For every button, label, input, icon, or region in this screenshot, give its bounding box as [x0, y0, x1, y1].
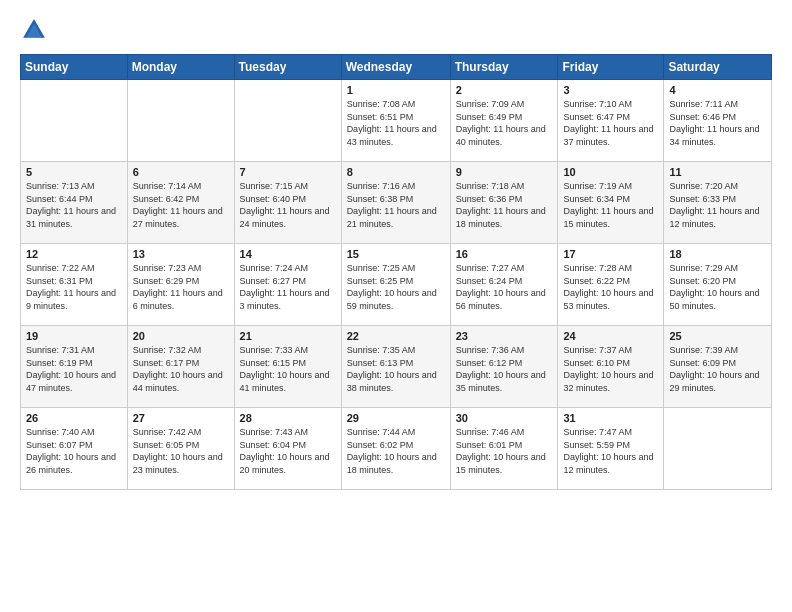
day-number: 6	[133, 166, 229, 178]
day-info: Sunrise: 7:27 AMSunset: 6:24 PMDaylight:…	[456, 262, 553, 312]
calendar-cell: 15Sunrise: 7:25 AMSunset: 6:25 PMDayligh…	[341, 244, 450, 326]
page: SundayMondayTuesdayWednesdayThursdayFrid…	[0, 0, 792, 612]
calendar-cell: 17Sunrise: 7:28 AMSunset: 6:22 PMDayligh…	[558, 244, 664, 326]
day-info: Sunrise: 7:43 AMSunset: 6:04 PMDaylight:…	[240, 426, 336, 476]
logo-icon	[20, 16, 48, 44]
logo	[20, 16, 52, 44]
calendar-cell: 1Sunrise: 7:08 AMSunset: 6:51 PMDaylight…	[341, 80, 450, 162]
calendar-cell: 21Sunrise: 7:33 AMSunset: 6:15 PMDayligh…	[234, 326, 341, 408]
day-number: 21	[240, 330, 336, 342]
day-info: Sunrise: 7:15 AMSunset: 6:40 PMDaylight:…	[240, 180, 336, 230]
day-number: 5	[26, 166, 122, 178]
day-info: Sunrise: 7:19 AMSunset: 6:34 PMDaylight:…	[563, 180, 658, 230]
weekday-header: Monday	[127, 55, 234, 80]
day-info: Sunrise: 7:33 AMSunset: 6:15 PMDaylight:…	[240, 344, 336, 394]
day-info: Sunrise: 7:14 AMSunset: 6:42 PMDaylight:…	[133, 180, 229, 230]
day-number: 12	[26, 248, 122, 260]
calendar-cell: 2Sunrise: 7:09 AMSunset: 6:49 PMDaylight…	[450, 80, 558, 162]
calendar-cell: 10Sunrise: 7:19 AMSunset: 6:34 PMDayligh…	[558, 162, 664, 244]
calendar-cell: 7Sunrise: 7:15 AMSunset: 6:40 PMDaylight…	[234, 162, 341, 244]
day-info: Sunrise: 7:47 AMSunset: 5:59 PMDaylight:…	[563, 426, 658, 476]
day-info: Sunrise: 7:35 AMSunset: 6:13 PMDaylight:…	[347, 344, 445, 394]
calendar-week-row: 26Sunrise: 7:40 AMSunset: 6:07 PMDayligh…	[21, 408, 772, 490]
day-info: Sunrise: 7:39 AMSunset: 6:09 PMDaylight:…	[669, 344, 766, 394]
day-info: Sunrise: 7:28 AMSunset: 6:22 PMDaylight:…	[563, 262, 658, 312]
day-number: 2	[456, 84, 553, 96]
calendar-week-row: 5Sunrise: 7:13 AMSunset: 6:44 PMDaylight…	[21, 162, 772, 244]
day-info: Sunrise: 7:13 AMSunset: 6:44 PMDaylight:…	[26, 180, 122, 230]
calendar-cell: 27Sunrise: 7:42 AMSunset: 6:05 PMDayligh…	[127, 408, 234, 490]
day-number: 11	[669, 166, 766, 178]
calendar-week-row: 1Sunrise: 7:08 AMSunset: 6:51 PMDaylight…	[21, 80, 772, 162]
day-info: Sunrise: 7:24 AMSunset: 6:27 PMDaylight:…	[240, 262, 336, 312]
weekday-header: Wednesday	[341, 55, 450, 80]
day-info: Sunrise: 7:44 AMSunset: 6:02 PMDaylight:…	[347, 426, 445, 476]
calendar-cell: 5Sunrise: 7:13 AMSunset: 6:44 PMDaylight…	[21, 162, 128, 244]
weekday-header: Saturday	[664, 55, 772, 80]
day-number: 29	[347, 412, 445, 424]
calendar-cell: 18Sunrise: 7:29 AMSunset: 6:20 PMDayligh…	[664, 244, 772, 326]
calendar-cell	[234, 80, 341, 162]
day-info: Sunrise: 7:09 AMSunset: 6:49 PMDaylight:…	[456, 98, 553, 148]
calendar-week-row: 19Sunrise: 7:31 AMSunset: 6:19 PMDayligh…	[21, 326, 772, 408]
calendar-cell: 29Sunrise: 7:44 AMSunset: 6:02 PMDayligh…	[341, 408, 450, 490]
day-number: 10	[563, 166, 658, 178]
calendar-cell: 6Sunrise: 7:14 AMSunset: 6:42 PMDaylight…	[127, 162, 234, 244]
day-number: 28	[240, 412, 336, 424]
calendar-cell: 19Sunrise: 7:31 AMSunset: 6:19 PMDayligh…	[21, 326, 128, 408]
weekday-header: Friday	[558, 55, 664, 80]
day-number: 7	[240, 166, 336, 178]
calendar-cell: 11Sunrise: 7:20 AMSunset: 6:33 PMDayligh…	[664, 162, 772, 244]
day-number: 20	[133, 330, 229, 342]
day-info: Sunrise: 7:11 AMSunset: 6:46 PMDaylight:…	[669, 98, 766, 148]
day-number: 18	[669, 248, 766, 260]
calendar-cell: 28Sunrise: 7:43 AMSunset: 6:04 PMDayligh…	[234, 408, 341, 490]
calendar: SundayMondayTuesdayWednesdayThursdayFrid…	[20, 54, 772, 490]
calendar-cell: 20Sunrise: 7:32 AMSunset: 6:17 PMDayligh…	[127, 326, 234, 408]
day-number: 22	[347, 330, 445, 342]
calendar-cell: 25Sunrise: 7:39 AMSunset: 6:09 PMDayligh…	[664, 326, 772, 408]
calendar-cell	[664, 408, 772, 490]
day-number: 3	[563, 84, 658, 96]
day-number: 16	[456, 248, 553, 260]
day-number: 14	[240, 248, 336, 260]
calendar-cell: 4Sunrise: 7:11 AMSunset: 6:46 PMDaylight…	[664, 80, 772, 162]
calendar-cell: 26Sunrise: 7:40 AMSunset: 6:07 PMDayligh…	[21, 408, 128, 490]
calendar-cell	[21, 80, 128, 162]
day-number: 15	[347, 248, 445, 260]
calendar-cell: 16Sunrise: 7:27 AMSunset: 6:24 PMDayligh…	[450, 244, 558, 326]
calendar-cell: 9Sunrise: 7:18 AMSunset: 6:36 PMDaylight…	[450, 162, 558, 244]
day-info: Sunrise: 7:16 AMSunset: 6:38 PMDaylight:…	[347, 180, 445, 230]
calendar-cell: 3Sunrise: 7:10 AMSunset: 6:47 PMDaylight…	[558, 80, 664, 162]
day-info: Sunrise: 7:10 AMSunset: 6:47 PMDaylight:…	[563, 98, 658, 148]
day-info: Sunrise: 7:23 AMSunset: 6:29 PMDaylight:…	[133, 262, 229, 312]
day-info: Sunrise: 7:32 AMSunset: 6:17 PMDaylight:…	[133, 344, 229, 394]
day-number: 26	[26, 412, 122, 424]
day-number: 23	[456, 330, 553, 342]
day-info: Sunrise: 7:18 AMSunset: 6:36 PMDaylight:…	[456, 180, 553, 230]
calendar-week-row: 12Sunrise: 7:22 AMSunset: 6:31 PMDayligh…	[21, 244, 772, 326]
day-info: Sunrise: 7:20 AMSunset: 6:33 PMDaylight:…	[669, 180, 766, 230]
day-number: 31	[563, 412, 658, 424]
weekday-header: Sunday	[21, 55, 128, 80]
day-info: Sunrise: 7:40 AMSunset: 6:07 PMDaylight:…	[26, 426, 122, 476]
day-info: Sunrise: 7:42 AMSunset: 6:05 PMDaylight:…	[133, 426, 229, 476]
calendar-cell: 22Sunrise: 7:35 AMSunset: 6:13 PMDayligh…	[341, 326, 450, 408]
calendar-cell: 14Sunrise: 7:24 AMSunset: 6:27 PMDayligh…	[234, 244, 341, 326]
day-info: Sunrise: 7:25 AMSunset: 6:25 PMDaylight:…	[347, 262, 445, 312]
day-info: Sunrise: 7:31 AMSunset: 6:19 PMDaylight:…	[26, 344, 122, 394]
day-number: 30	[456, 412, 553, 424]
weekday-header: Thursday	[450, 55, 558, 80]
calendar-cell: 13Sunrise: 7:23 AMSunset: 6:29 PMDayligh…	[127, 244, 234, 326]
calendar-cell	[127, 80, 234, 162]
calendar-cell: 12Sunrise: 7:22 AMSunset: 6:31 PMDayligh…	[21, 244, 128, 326]
calendar-cell: 23Sunrise: 7:36 AMSunset: 6:12 PMDayligh…	[450, 326, 558, 408]
day-info: Sunrise: 7:22 AMSunset: 6:31 PMDaylight:…	[26, 262, 122, 312]
day-info: Sunrise: 7:37 AMSunset: 6:10 PMDaylight:…	[563, 344, 658, 394]
day-info: Sunrise: 7:08 AMSunset: 6:51 PMDaylight:…	[347, 98, 445, 148]
day-number: 8	[347, 166, 445, 178]
calendar-cell: 30Sunrise: 7:46 AMSunset: 6:01 PMDayligh…	[450, 408, 558, 490]
calendar-cell: 24Sunrise: 7:37 AMSunset: 6:10 PMDayligh…	[558, 326, 664, 408]
day-number: 4	[669, 84, 766, 96]
calendar-cell: 31Sunrise: 7:47 AMSunset: 5:59 PMDayligh…	[558, 408, 664, 490]
